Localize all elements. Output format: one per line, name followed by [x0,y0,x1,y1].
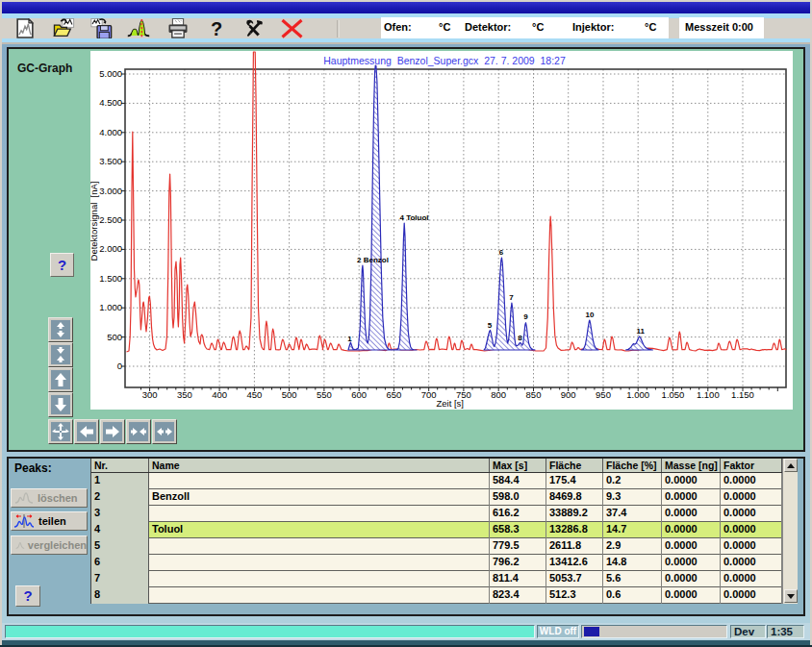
svg-text:500: 500 [107,332,122,342]
svg-text:Zeit [s]: Zeit [s] [436,398,464,409]
svg-text:5.000: 5.000 [99,68,122,79]
svg-text:5: 5 [488,321,493,330]
svg-text:350: 350 [177,389,192,400]
svg-text:400: 400 [212,389,227,400]
svg-text:0: 0 [117,361,122,371]
svg-text:550: 550 [317,389,332,400]
svg-text:6: 6 [499,248,504,257]
svg-text:1: 1 [347,335,352,343]
svg-text:9: 9 [523,312,528,321]
svg-text:Detektorsignal [nA]: Detektorsignal [nA] [90,182,99,261]
svg-text:800: 800 [491,389,506,400]
svg-text:700: 700 [421,389,437,400]
svg-text:Hauptmessung Benzol_Super.gcx: Hauptmessung Benzol_Super.gcx 27. 7. 200… [323,55,566,66]
svg-text:300: 300 [142,389,158,400]
svg-text:450: 450 [246,389,262,400]
svg-text:950: 950 [596,389,611,400]
svg-text:8: 8 [518,334,522,342]
svg-text:1.000: 1.000 [626,389,649,400]
svg-text:1.150: 1.150 [731,389,754,400]
svg-text:3.000: 3.000 [99,186,122,196]
svg-text:2.500: 2.500 [99,214,122,225]
svg-text:?: ? [211,18,222,39]
svg-text:850: 850 [526,389,542,400]
svg-text:500: 500 [282,389,297,400]
svg-text:900: 900 [561,389,576,400]
svg-text:7: 7 [509,293,514,302]
svg-text:3.500: 3.500 [99,156,122,166]
svg-text:600: 600 [351,389,367,400]
svg-text:11: 11 [637,327,646,336]
svg-text:1.100: 1.100 [697,389,720,400]
svg-text:1.000: 1.000 [99,302,122,312]
svg-text:650: 650 [386,389,401,400]
svg-text:2 Benzol: 2 Benzol [357,256,389,264]
svg-text:1.050: 1.050 [662,389,685,400]
svg-text:4 Toluol: 4 Toluol [400,213,429,222]
svg-text:1.500: 1.500 [99,273,122,284]
svg-text:2.000: 2.000 [99,243,122,254]
svg-text:4.000: 4.000 [99,127,122,137]
svg-text:4.500: 4.500 [99,97,122,108]
svg-text:10: 10 [586,311,595,319]
